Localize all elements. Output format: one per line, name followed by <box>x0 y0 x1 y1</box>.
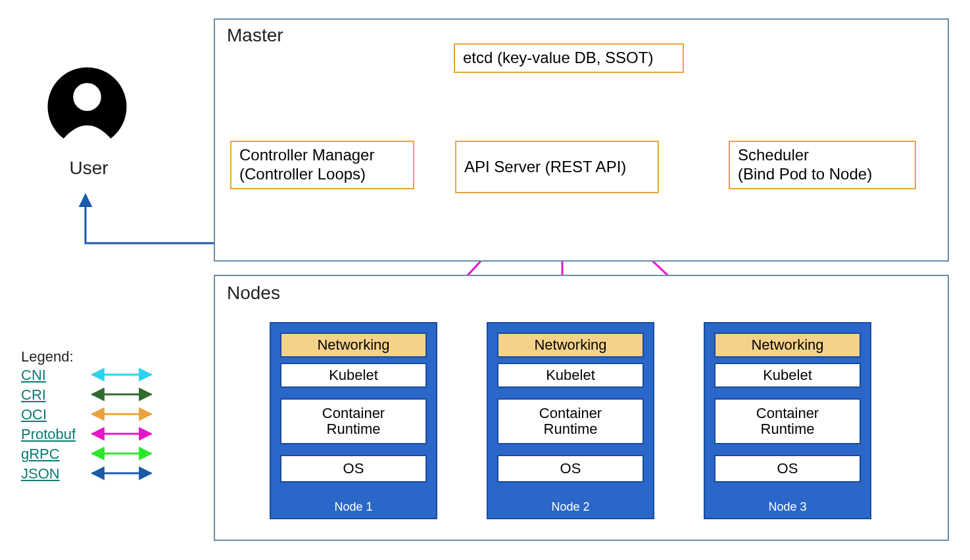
node1-runtime: ContainerRuntime <box>280 398 427 444</box>
legend-json[interactable]: JSON <box>21 465 60 482</box>
scheduler-box: Scheduler (Bind Pod to Node) <box>729 141 916 189</box>
node1-runtime-label: ContainerRuntime <box>322 406 385 437</box>
nodes-label: Nodes <box>227 283 280 304</box>
node2-kubelet: Kubelet <box>497 363 644 388</box>
node1-networking: Networking <box>280 333 427 358</box>
legend-cni[interactable]: CNI <box>21 367 46 384</box>
node2-title: Node 2 <box>488 500 653 514</box>
svg-point-1 <box>73 83 101 111</box>
node2-runtime: ContainerRuntime <box>497 398 644 444</box>
node-card-3: Networking Kubelet ContainerRuntime OS N… <box>704 322 871 519</box>
controller-l1: Controller Manager <box>239 146 374 164</box>
node3-title: Node 3 <box>705 500 870 514</box>
master-label: Master <box>227 25 283 46</box>
node1-kubelet: Kubelet <box>280 363 427 388</box>
legend-grpc[interactable]: gRPC <box>21 446 60 463</box>
api-text: API Server (REST API) <box>464 158 626 177</box>
etcd-box: etcd (key-value DB, SSOT) <box>454 43 684 73</box>
user-icon <box>46 66 128 148</box>
legend-protobuf[interactable]: Protobuf <box>21 426 76 443</box>
node3-networking-label: Networking <box>751 337 823 353</box>
node-card-2: Networking Kubelet ContainerRuntime OS N… <box>487 322 654 519</box>
node3-runtime-label: ContainerRuntime <box>756 406 819 437</box>
scheduler-l2: (Bind Pod to Node) <box>738 165 872 183</box>
node2-networking: Networking <box>497 333 644 358</box>
etcd-text: etcd (key-value DB, SSOT) <box>463 49 653 66</box>
controller-box: Controller Manager (Controller Loops) <box>230 141 414 189</box>
legend-title: Legend: <box>21 348 74 365</box>
scheduler-l1: Scheduler <box>738 146 809 164</box>
controller-l2: (Controller Loops) <box>239 165 366 183</box>
node1-networking-label: Networking <box>317 337 389 353</box>
node3-os-label: OS <box>777 461 798 477</box>
node3-kubelet-label: Kubelet <box>763 367 812 383</box>
node3-runtime: ContainerRuntime <box>714 398 861 444</box>
node1-os-label: OS <box>343 461 364 477</box>
api-box: API Server (REST API) <box>455 141 659 193</box>
node2-os-label: OS <box>560 461 581 477</box>
node1-os: OS <box>280 455 427 482</box>
node2-kubelet-label: Kubelet <box>546 367 595 383</box>
node-card-1: Networking Kubelet ContainerRuntime OS N… <box>270 322 437 519</box>
legend-cri[interactable]: CRI <box>21 386 46 404</box>
user-label: User <box>66 158 112 179</box>
node2-networking-label: Networking <box>534 337 606 353</box>
legend-oci[interactable]: OCI <box>21 406 47 423</box>
node3-kubelet: Kubelet <box>714 363 861 388</box>
node1-title: Node 1 <box>271 500 436 514</box>
node2-runtime-label: ContainerRuntime <box>539 406 602 437</box>
node3-os: OS <box>714 455 861 482</box>
node2-os: OS <box>497 455 644 482</box>
node1-kubelet-label: Kubelet <box>329 367 378 383</box>
node3-networking: Networking <box>714 333 861 358</box>
